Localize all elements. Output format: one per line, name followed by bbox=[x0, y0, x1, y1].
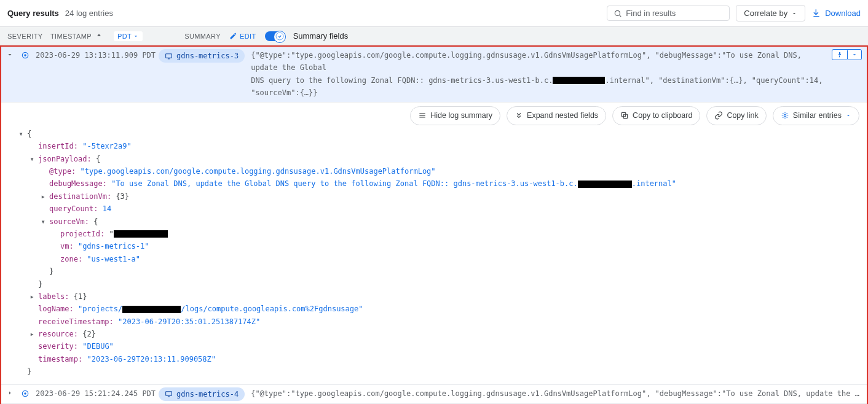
tree-toggle[interactable]: ▾ bbox=[39, 216, 47, 228]
expand-icon[interactable] bbox=[6, 387, 15, 397]
svg-point-0 bbox=[615, 10, 620, 15]
tree-toggle[interactable]: ▾ bbox=[17, 128, 25, 140]
resource-chip[interactable]: gdns-metrics-3 bbox=[159, 49, 245, 63]
log-row[interactable]: 2023-06-29 15:21:24.245 PDTgdns-metrics-… bbox=[1, 385, 867, 404]
results-count: 24 log entries bbox=[65, 9, 113, 18]
results-title: Query results bbox=[7, 9, 59, 18]
severity-debug-icon bbox=[21, 49, 30, 60]
copy-link-button[interactable]: Copy link bbox=[706, 106, 766, 125]
caret-down-icon[interactable] bbox=[847, 50, 861, 59]
resource-label: gdns-metrics-4 bbox=[176, 388, 239, 400]
download-button[interactable]: Download bbox=[811, 9, 861, 18]
timezone-select[interactable]: PDT bbox=[114, 31, 143, 41]
svg-rect-5 bbox=[166, 53, 172, 58]
row-summary-text: {"@type":"type.googleapis.com/google.com… bbox=[251, 49, 826, 99]
pin-entry-group[interactable] bbox=[832, 49, 862, 60]
svg-point-12 bbox=[784, 114, 786, 117]
correlate-by-label: Correlate by bbox=[744, 9, 787, 18]
svg-point-14 bbox=[24, 392, 26, 395]
sparkle-icon bbox=[781, 111, 789, 120]
results-topbar: Query results 24 log entries Find in res… bbox=[0, 0, 868, 27]
redacted-text bbox=[553, 77, 605, 84]
svg-rect-16 bbox=[168, 397, 170, 397]
tree-toggle[interactable]: ▸ bbox=[28, 328, 36, 340]
row-timestamp: 2023-06-29 15:21:24.245 PDT bbox=[36, 387, 152, 400]
expand-icon bbox=[515, 111, 523, 120]
highlighted-region: 2023-06-29 13:13:11.909 PDT gdns-metrics… bbox=[0, 45, 868, 404]
svg-rect-15 bbox=[166, 392, 172, 396]
entry-actions: Hide log summary Expand nested fields Co… bbox=[9, 106, 859, 125]
svg-point-4 bbox=[24, 54, 26, 56]
tree-toggle[interactable]: ▸ bbox=[28, 290, 36, 303]
svg-rect-6 bbox=[168, 58, 170, 59]
svg-point-2 bbox=[276, 33, 283, 40]
log-row-expanded[interactable]: 2023-06-29 13:13:11.909 PDT gdns-metrics… bbox=[1, 47, 867, 103]
col-severity[interactable]: SEVERITY bbox=[7, 33, 39, 40]
search-icon bbox=[614, 9, 622, 18]
find-in-results-input[interactable]: Find in results bbox=[607, 6, 730, 21]
sort-asc-icon bbox=[95, 33, 103, 40]
column-header: SEVERITY TIMESTAMP PDT SUMMARY EDIT Summ… bbox=[0, 27, 868, 45]
correlate-by-button[interactable]: Correlate by bbox=[736, 5, 805, 21]
caret-down-icon bbox=[133, 33, 139, 39]
copy-icon bbox=[620, 111, 629, 120]
similar-entries-button[interactable]: Similar entries bbox=[773, 106, 859, 125]
tree-toggle[interactable]: ▾ bbox=[28, 153, 36, 165]
copy-clipboard-button[interactable]: Copy to clipboard bbox=[612, 106, 700, 125]
list-icon bbox=[418, 111, 427, 120]
edit-summary-button[interactable]: EDIT bbox=[229, 32, 256, 40]
row-summary-text: {"@type":"type.googleapis.com/google.com… bbox=[251, 387, 862, 400]
redacted-text bbox=[578, 181, 632, 188]
check-icon bbox=[275, 31, 285, 41]
download-icon bbox=[811, 9, 821, 18]
summary-fields-label: Summary fields bbox=[293, 31, 349, 41]
pencil-icon bbox=[229, 32, 237, 40]
redacted-text bbox=[114, 230, 168, 238]
summary-fields-toggle[interactable]: Summary fields bbox=[265, 31, 349, 41]
col-summary-label: SUMMARY bbox=[184, 33, 221, 40]
link-icon bbox=[714, 111, 723, 120]
collapse-icon[interactable] bbox=[6, 49, 15, 58]
svg-line-1 bbox=[620, 15, 621, 17]
resource-chip[interactable]: gdns-metrics-4 bbox=[159, 387, 245, 401]
redacted-text bbox=[122, 306, 181, 313]
expand-nested-button[interactable]: Expand nested fields bbox=[507, 106, 606, 125]
vm-icon bbox=[165, 390, 173, 398]
caret-down-icon bbox=[791, 10, 797, 17]
row-timestamp: 2023-06-29 13:13:11.909 PDT bbox=[36, 49, 152, 61]
download-label: Download bbox=[825, 9, 861, 18]
caret-down-icon bbox=[845, 112, 851, 118]
hide-summary-button[interactable]: Hide log summary bbox=[410, 106, 500, 125]
severity-debug-icon bbox=[21, 387, 30, 398]
tree-toggle[interactable]: ▸ bbox=[39, 190, 47, 203]
pin-icon[interactable] bbox=[832, 50, 847, 60]
col-timestamp[interactable]: TIMESTAMP bbox=[50, 33, 103, 40]
vm-icon bbox=[165, 52, 173, 60]
log-entry-body: Hide log summary Expand nested fields Co… bbox=[1, 103, 867, 385]
find-placeholder: Find in results bbox=[626, 9, 676, 18]
json-tree[interactable]: ▾{ insertId: "-5texr2a9" ▾jsonPayload: {… bbox=[9, 128, 859, 378]
